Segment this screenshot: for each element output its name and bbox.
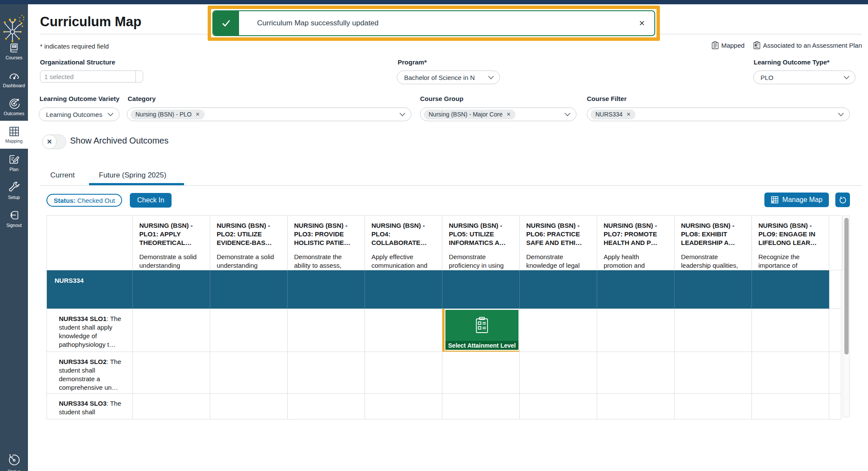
manage-map-button[interactable]: Manage Map [764, 193, 829, 207]
chip-remove-icon[interactable]: ✕ [196, 111, 200, 117]
select-attainment-cell[interactable]: Select Attainment Level [445, 310, 518, 350]
sidebar-item-plan[interactable]: Plan [0, 149, 28, 177]
success-toast: Curriculum Map successfully updated ✕ [212, 10, 655, 36]
category-chip: Nursing (BSN) - PLO ✕ [131, 110, 205, 119]
sidebar-item-label: Dashboard [3, 83, 25, 88]
legend-mapped: Mapped [712, 41, 745, 49]
map-cell[interactable] [133, 352, 210, 394]
map-cell[interactable] [133, 309, 210, 352]
map-cell[interactable] [675, 394, 752, 419]
program-select[interactable]: Bachelor of Science in N [397, 70, 500, 84]
corner-header-cell [47, 216, 133, 270]
map-cell[interactable] [752, 352, 829, 394]
course-filter-label: Course Filter [587, 95, 627, 102]
map-cell[interactable] [752, 309, 829, 352]
sidebar-item-label: Status [8, 469, 21, 471]
outcome-row-header: NURS334 SLO3: The student shall [47, 394, 133, 419]
map-cell[interactable] [288, 352, 365, 394]
map-cell[interactable] [675, 309, 752, 352]
sidebar-item-label: Setup [8, 195, 20, 200]
outcome-variety-value: Learning Outcomes [46, 111, 102, 118]
map-cell[interactable] [442, 352, 520, 394]
outcome-type-select[interactable]: PLO [753, 70, 856, 84]
chevron-down-icon [399, 113, 405, 116]
column-header: NURSING (BSN) - PLO8: EXHIBIT LEADERSHIP… [675, 216, 752, 270]
map-cell[interactable] [365, 309, 442, 352]
tab-future[interactable]: Future (Spring 2025) [99, 171, 166, 180]
tab-current[interactable]: Current [50, 171, 75, 180]
row-spacer-cell [829, 394, 841, 419]
chevron-down-icon [107, 113, 113, 116]
map-cell[interactable] [597, 352, 675, 394]
tabs-divider [40, 185, 862, 186]
map-cell[interactable] [597, 394, 675, 419]
refresh-map-button[interactable] [835, 193, 850, 207]
status-badge: Status: Checked Out [46, 194, 122, 207]
attainment-clipboard-icon [473, 316, 491, 334]
map-cell[interactable] [442, 394, 520, 419]
program-value: Bachelor of Science in N [404, 74, 475, 81]
course-row-header: NURS334 [47, 270, 133, 309]
map-cell[interactable] [752, 394, 829, 419]
org-structure-input[interactable]: 1 selected [40, 70, 143, 83]
sidebar: Courses Dashboard Outcomes [0, 4, 28, 471]
map-cell[interactable] [288, 309, 365, 352]
assessment-plan-clipboard-icon [753, 41, 761, 49]
map-cell[interactable]: Select Attainment Level [442, 309, 520, 352]
map-cell[interactable] [365, 352, 442, 394]
column-header: NURSING (BSN) - PLO3: PROVIDE HOLISTIC P… [288, 216, 365, 270]
check-in-button[interactable]: Check In [130, 193, 172, 208]
course-row-cell [752, 270, 829, 309]
book-icon [8, 42, 20, 54]
column-header: NURSING (BSN) - PLO1: APPLY THEORETICAL…… [133, 216, 210, 270]
map-cell[interactable] [210, 352, 288, 394]
map-cell[interactable] [365, 394, 442, 419]
sidebar-item-status[interactable]: Status [0, 453, 28, 471]
show-archived-toggle[interactable]: ✕ [42, 135, 66, 149]
grid-icon [9, 126, 20, 137]
page-title: Curriculum Map [40, 14, 141, 30]
chevron-down-icon [488, 76, 494, 80]
map-cell[interactable] [520, 309, 597, 352]
sidebar-item-courses[interactable]: Courses [0, 37, 28, 65]
target-icon [8, 98, 20, 110]
course-filter-select[interactable]: NURS334 ✕ [587, 107, 850, 121]
sidebar-item-signout[interactable]: Signout [0, 205, 28, 232]
toast-close-icon[interactable]: ✕ [629, 11, 654, 35]
map-cell[interactable] [133, 394, 210, 419]
table-scrollbar-thumb[interactable] [844, 218, 849, 355]
chip-remove-icon[interactable]: ✕ [506, 111, 511, 117]
map-cell[interactable] [210, 309, 288, 352]
table-scrollbar-track[interactable] [843, 215, 850, 417]
toggle-off-icon: ✕ [42, 135, 57, 149]
chip-remove-icon[interactable]: ✕ [626, 111, 631, 117]
sidebar-item-label: Signout [6, 223, 22, 228]
sidebar-item-outcomes[interactable]: Outcomes [0, 93, 28, 121]
map-cell[interactable] [675, 352, 752, 394]
category-select[interactable]: Nursing (BSN) - PLO ✕ [127, 107, 411, 121]
org-structure-addon[interactable] [135, 71, 143, 82]
map-cell[interactable] [210, 394, 288, 419]
select-attainment-label: Select Attainment Level [445, 341, 518, 350]
map-cell[interactable] [520, 352, 597, 394]
map-cell[interactable] [520, 394, 597, 419]
sidebar-item-dashboard[interactable]: Dashboard [0, 65, 28, 93]
wrench-icon [8, 181, 20, 193]
column-header: NURSING (BSN) - PLO2: UTILIZE EVIDENCE-B… [210, 216, 288, 270]
map-cell[interactable] [597, 309, 675, 352]
course-row-cell [597, 270, 675, 309]
row-spacer-cell [829, 270, 841, 309]
map-cell[interactable] [288, 394, 365, 419]
chevron-down-icon [564, 113, 570, 116]
gauge-icon [8, 70, 20, 82]
course-group-select[interactable]: Nursing (BSN) - Major Core ✕ [420, 107, 577, 121]
chevron-down-icon [838, 113, 844, 116]
sidebar-item-setup[interactable]: Setup [0, 177, 28, 205]
required-field-note: * indicates required field [40, 43, 109, 50]
outcome-variety-select[interactable]: Learning Outcomes [39, 107, 120, 121]
status-badge-value: Checked Out [77, 197, 115, 204]
outcome-row-header: NURS334 SLO1: The student shall apply kn… [47, 309, 133, 352]
column-header: NURSING (BSN) - PLO9: ENGAGE IN LIFELONG… [752, 216, 829, 270]
check-icon [221, 19, 231, 28]
sidebar-item-mapping[interactable]: Mapping [0, 121, 28, 149]
